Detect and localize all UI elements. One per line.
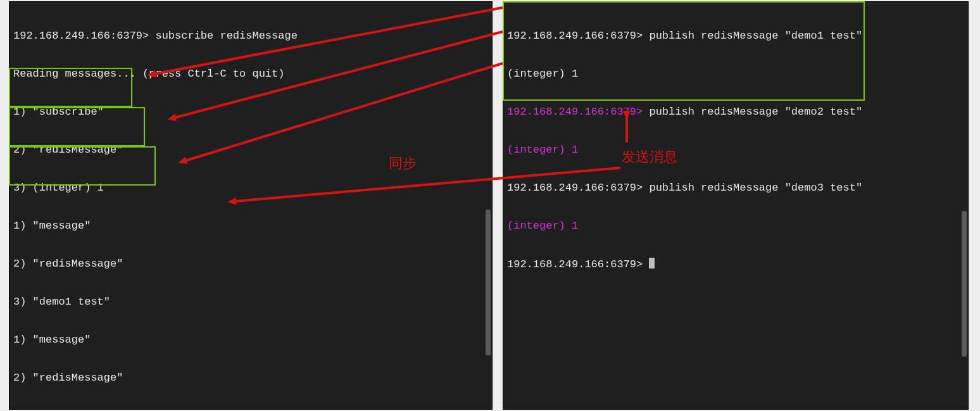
line-prompt-empty: 192.168.249.166:6379>: [507, 258, 964, 271]
line-pub1: 192.168.249.166:6379> publish redisMessa…: [507, 30, 964, 42]
prompt: 192.168.249.166:6379>: [507, 30, 649, 42]
line-msg2-2: 2) "redisMessage": [13, 372, 488, 384]
command-text: publish redisMessage "demo2 test": [649, 106, 862, 118]
command-text: publish redisMessage "demo1 test": [649, 30, 862, 42]
line-msg2-1: 1) "message": [13, 334, 488, 346]
line-pub2-res: (integer) 1: [507, 144, 964, 156]
line-sub-2: 2) "redisMessage": [13, 144, 488, 156]
line-pub3: 192.168.249.166:6379> publish redisMessa…: [507, 182, 964, 194]
line-msg1-2: 2) "redisMessage": [13, 258, 488, 270]
line-reading: Reading messages... (press Ctrl-C to qui…: [13, 68, 488, 80]
prompt: 192.168.249.166:6379>: [507, 182, 649, 194]
terminal-publisher[interactable]: 192.168.249.166:6379> publish redisMessa…: [503, 1, 969, 410]
scrollbar-left[interactable]: [486, 210, 491, 355]
terminal-subscriber[interactable]: 192.168.249.166:6379> subscribe redisMes…: [9, 1, 493, 410]
screenshot-stage: 192.168.249.166:6379> subscribe redisMes…: [0, 0, 980, 411]
prompt: 192.168.249.166:6379>: [507, 258, 649, 270]
line-pub2: 192.168.249.166:6379> publish redisMessa…: [507, 106, 964, 118]
line-msg1-1: 1) "message": [13, 220, 488, 232]
prompt: 192.168.249.166:6379>: [507, 106, 649, 118]
line-pub3-res: (integer) 1: [507, 220, 964, 232]
scrollbar-right[interactable]: [962, 211, 967, 357]
line-subscribe-cmd: 192.168.249.166:6379> subscribe redisMes…: [13, 30, 488, 42]
line-msg1-3: 3) "demo1 test": [13, 296, 488, 308]
line-sub-1: 1) "subscribe": [13, 106, 488, 118]
command-text: subscribe redisMessage: [155, 30, 297, 42]
prompt: 192.168.249.166:6379>: [13, 30, 155, 42]
command-text: publish redisMessage "demo3 test": [649, 182, 862, 194]
line-sub-3: 3) (integer) 1: [13, 182, 488, 194]
line-pub1-res: (integer) 1: [507, 68, 964, 80]
cursor-icon: [649, 258, 655, 269]
